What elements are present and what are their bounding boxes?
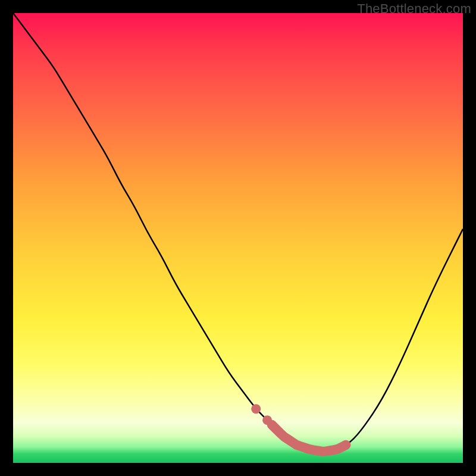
highlight-dot-2 [262,415,272,425]
highlight-segment [272,425,346,452]
chart-svg [13,13,463,463]
chart-frame: TheBottleneck.com [0,0,476,476]
highlight-dot-1 [251,404,261,414]
plot-area [13,13,463,463]
bottleneck-curve [13,13,463,451]
